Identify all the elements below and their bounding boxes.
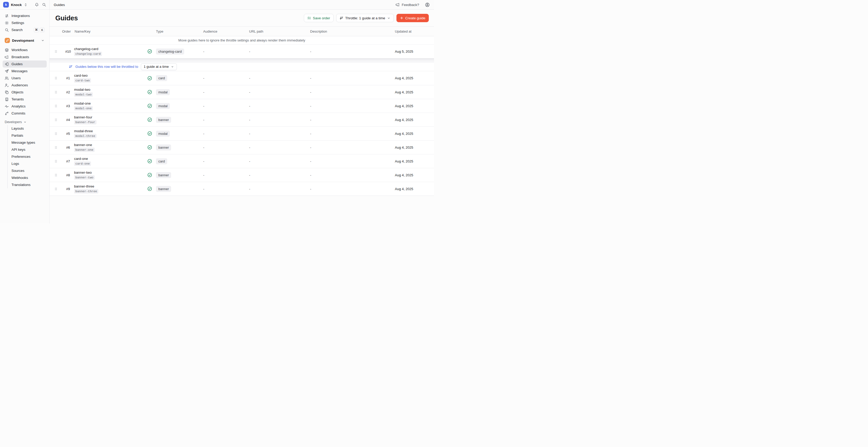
sidebar-item-commits[interactable]: Commits [3, 110, 47, 117]
guide-description: - [310, 187, 395, 191]
feedback-button[interactable]: Feedback? [394, 2, 421, 7]
guide-url-path: - [249, 159, 310, 163]
sidebar-item-layouts[interactable]: Layouts [7, 125, 47, 132]
drag-handle-icon[interactable] [54, 132, 58, 136]
environment-name: Development [12, 39, 34, 42]
throttle-divider-row: Guides below this row will be throttled … [50, 62, 434, 71]
sidebar-item-logs[interactable]: Logs [7, 160, 47, 167]
feedback-label: Feedback? [402, 3, 419, 7]
sidebar-item-analytics[interactable]: Analytics [3, 103, 47, 110]
guide-audience: - [203, 173, 249, 177]
sidebar-item-settings[interactable]: Settings [3, 19, 47, 26]
sidebar-item-messages[interactable]: Messages [3, 68, 47, 74]
drag-handle-icon[interactable] [54, 76, 58, 80]
pinned-guides-section: Move guides here to ignore the throttle … [50, 36, 434, 58]
kbd-key: K [40, 28, 44, 32]
bell-icon[interactable] [35, 3, 39, 7]
sidebar-item-tenants[interactable]: Tenants [3, 96, 47, 103]
drag-handle-icon[interactable] [54, 173, 58, 177]
guide-updated-at: Aug 4, 2025 [395, 132, 434, 136]
sidebar-item-sources[interactable]: Sources [7, 167, 47, 174]
guide-name: banner-four [74, 115, 92, 119]
drag-handle-icon[interactable] [54, 104, 58, 108]
throttle-amount-select[interactable]: 1 guide at a time [141, 63, 177, 70]
guide-url-path: - [249, 118, 310, 122]
sidebar-item-label: Commits [11, 111, 25, 115]
sidebar-item-api-keys[interactable]: API keys [7, 146, 47, 153]
search-icon [5, 28, 9, 32]
plus-icon [400, 16, 403, 20]
sidebar-item-integrations[interactable]: Integrations [3, 12, 47, 19]
sidebar-item-workflows[interactable]: Workflows [3, 46, 47, 54]
environment-switcher[interactable]: Development [3, 36, 47, 44]
guide-row[interactable]: #2 modal-two modal-two modal - - - Aug 4… [50, 85, 434, 99]
guide-name-key-cell: modal-two modal-two [74, 88, 144, 97]
guide-row[interactable]: #4 banner-four banner-four banner - - - … [50, 113, 434, 126]
sidebar-item-objects[interactable]: Objects [3, 89, 47, 96]
chevron-down-icon [387, 17, 391, 20]
drag-handle-icon[interactable] [54, 118, 58, 122]
guide-audience: - [203, 187, 249, 191]
pinned-dropzone-note: Move guides here to ignore the throttle … [50, 36, 434, 44]
guide-row[interactable]: #3 modal-one modal-one modal - - - Aug 4… [50, 99, 434, 113]
guide-name: changelog-card [74, 47, 98, 51]
sidebar-item-users[interactable]: Users [3, 74, 47, 82]
guide-order: #5 [62, 132, 74, 136]
guide-order: #3 [62, 104, 74, 108]
guide-name: banner-two [74, 170, 92, 174]
create-guide-button[interactable]: Create guide [397, 14, 429, 22]
guide-type-badge: card [156, 75, 167, 81]
check-circle-icon [147, 172, 152, 178]
guide-name-key-cell: modal-one modal-one [74, 101, 144, 110]
analytics-icon [5, 104, 9, 108]
sidebar-item-webhooks[interactable]: Webhooks [7, 174, 47, 181]
drag-handle-icon[interactable] [54, 187, 58, 191]
workspace-switcher[interactable]: k Knock [0, 0, 50, 9]
guide-row[interactable]: #7 card-one card-one card - - - Aug 4, 2… [50, 154, 434, 168]
guide-description: - [310, 76, 395, 80]
sidebar-item-label: Settings [11, 21, 24, 25]
guide-row[interactable]: #5 modal-three modal-three modal - - - A… [50, 126, 434, 140]
guide-row[interactable]: #8 banner-two banner-two banner - - - Au… [50, 168, 434, 182]
guide-name-key-cell: banner-four banner-four [74, 115, 144, 124]
sidebar-item-guides[interactable]: Guides [3, 61, 47, 68]
save-order-button[interactable]: Save order [304, 14, 334, 22]
sidebar-item-translations[interactable]: Translations [7, 181, 47, 188]
sidebar-item-partials[interactable]: Partials [7, 132, 47, 139]
caret-sort-icon[interactable] [24, 3, 28, 7]
guide-type-badge: modal [156, 131, 170, 137]
drag-handle-icon[interactable] [54, 159, 58, 163]
search-icon[interactable] [42, 3, 46, 7]
sidebar-item-label: Analytics [11, 104, 26, 108]
account-avatar-icon[interactable] [425, 2, 430, 7]
guide-type-badge: changelog-card [156, 49, 184, 55]
guide-order: #7 [62, 159, 74, 163]
guide-row[interactable]: #9 banner-three banner-three banner - - … [50, 182, 434, 196]
guide-name-key-cell: card-two card-two [74, 73, 144, 83]
sidebar-item-search[interactable]: Search ⌘K [3, 26, 47, 33]
throttle-divider-text: Guides below this row will be throttled … [75, 65, 138, 69]
guide-audience: - [203, 90, 249, 94]
save-order-label: Save order [313, 16, 330, 20]
guide-order: #4 [62, 118, 74, 122]
drag-handle-icon[interactable] [54, 146, 58, 150]
guide-audience: - [203, 76, 249, 80]
column-description: Description [310, 29, 395, 33]
guide-row[interactable]: #10 changelog-card changelog-card change… [50, 44, 434, 58]
guide-key: changelog-card [74, 52, 102, 56]
sidebar-item-broadcasts[interactable]: Broadcasts [3, 54, 47, 61]
drag-handle-icon[interactable] [54, 50, 58, 54]
guide-url-path: - [249, 173, 310, 177]
guide-audience: - [203, 118, 249, 122]
guide-row[interactable]: #6 banner-one banner-one banner - - - Au… [50, 140, 434, 154]
sidebar-item-message-types[interactable]: Message types [7, 139, 47, 146]
sidebar-item-preferences[interactable]: Preferences [7, 153, 47, 160]
developers-section-toggle[interactable]: Developers [5, 120, 44, 124]
sidebar-item-audiences[interactable]: Audiences [3, 82, 47, 89]
guide-name: modal-one [74, 101, 91, 105]
guide-description: - [310, 159, 395, 163]
throttle-dropdown-button[interactable]: Throttle: 1 guide at a time [336, 14, 394, 22]
guide-row[interactable]: #1 card-two card-two card - - - Aug 4, 2… [50, 71, 434, 85]
guide-updated-at: Aug 4, 2025 [395, 90, 434, 94]
drag-handle-icon[interactable] [54, 90, 58, 94]
